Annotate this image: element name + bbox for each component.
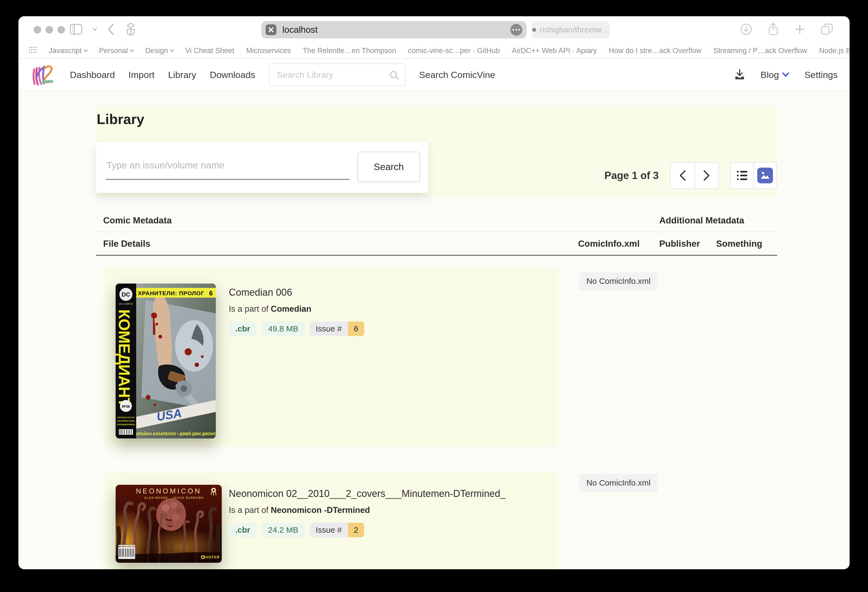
app-navbar: Dashboard Import Library Downloads Searc… (18, 59, 850, 91)
cover-banner: ХРАНИТЕЛИ: ПРОЛОГ (138, 290, 204, 296)
header-comicinfo: ComicInfo.xml (578, 239, 639, 249)
next-page-button[interactable] (694, 162, 718, 189)
cover-issue: 6 (209, 289, 213, 297)
library-search-input[interactable] (106, 151, 350, 180)
header-comic-metadata: Comic Metadata (103, 215, 172, 226)
extension-icon[interactable] (266, 24, 276, 35)
url-text: localhost (282, 25, 317, 35)
downloads-nav-icon[interactable] (734, 68, 745, 81)
gallery-view-button[interactable] (753, 162, 776, 189)
nav-downloads[interactable]: Downloads (210, 69, 255, 80)
chevron-right-icon (703, 170, 711, 182)
file-extension-badge: .cbr (229, 523, 257, 537)
issue-badge: Issue # 2 (310, 523, 364, 537)
bookmark-item[interactable]: How do I stre…ack Overflow (609, 47, 701, 55)
library-header-band: Library Search Page 1 of 3 (96, 107, 777, 196)
nav-search-comicvine[interactable]: Search ComicVine (419, 69, 495, 80)
header-additional-metadata: Additional Metadata (659, 215, 744, 226)
nav-dashboard[interactable]: Dashboard (70, 69, 115, 80)
tab-overview-icon[interactable] (820, 23, 833, 36)
list-view-icon (737, 170, 748, 181)
app-logo[interactable] (30, 61, 56, 88)
bookmark-item[interactable]: Node.js Buil…nder Samatov (819, 47, 850, 55)
cover-title: NEONOMICON (136, 487, 201, 495)
list-view-button[interactable] (731, 162, 753, 189)
table-header: Comic Metadata Additional Metadata File … (96, 214, 777, 257)
bookmarks-grid-icon[interactable] (29, 47, 37, 55)
tab-github[interactable]: rishighan/threetw… (532, 21, 610, 38)
browser-titlebar: localhost rishighan/threetw… (18, 16, 850, 43)
nav-search-input[interactable] (269, 64, 405, 86)
divider (96, 232, 777, 232)
header-file-details: File Details (103, 239, 150, 249)
library-search-card: Search (96, 142, 428, 193)
svg-text:ОФОРМЛЕНИЕ: TOSTER: ОФОРМЛЕНИЕ: TOSTER (117, 420, 135, 422)
comic-cover-neonomicon[interactable]: NEONOMICON ALAN MOORE JACEN BURROWS AVA (116, 485, 222, 563)
bookmark-item[interactable]: AirDC++ Web API · Apiary (512, 47, 597, 55)
bookmark-folder-personal[interactable]: Personal (99, 47, 133, 55)
search-button[interactable]: Search (358, 152, 420, 182)
prev-page-button[interactable] (671, 162, 694, 189)
sidebar-icon[interactable] (70, 24, 82, 36)
address-bar[interactable]: localhost (261, 21, 527, 38)
bookmark-folder-javascript[interactable]: Javascript (49, 47, 87, 55)
header-something: Something (716, 239, 762, 249)
nav-settings[interactable]: Settings (805, 69, 838, 80)
bookmark-item[interactable]: comic-vine-sc…per · GitHub (408, 47, 500, 55)
page-indicator: Page 1 of 3 (604, 170, 659, 182)
search-icon (389, 70, 400, 82)
desktop: localhost rishighan/threetw… (0, 0, 868, 592)
bookmark-item[interactable]: Streaming / P…ack Overflow (713, 47, 807, 55)
bookmark-item[interactable]: The Relentle…en Thompson (303, 47, 396, 55)
comic-row: USA БРАЙАН АЗЗАРЕЛЛО • ДЖЕЙ ДЖИ ДЖОНС ХР… (104, 268, 558, 447)
cover-publisher: AVATAR (203, 555, 220, 559)
window-controls (34, 26, 65, 34)
chevron-left-icon (679, 170, 686, 182)
cover-author: ALAN MOORE (144, 496, 168, 499)
file-size-badge: 24.2 MB (261, 523, 305, 537)
view-toggle-group (730, 162, 777, 189)
chevron-down-icon (130, 48, 134, 52)
downloads-toolbar-icon[interactable] (740, 23, 752, 36)
page-options-icon[interactable] (510, 24, 522, 36)
comic-row: NEONOMICON ALAN MOORE JACEN BURROWS AVA (104, 472, 558, 569)
nav-blog[interactable]: Blog (760, 69, 789, 80)
divider (96, 255, 777, 255)
comic-title[interactable]: Neonomicon 02__2010___2_covers___Minutem… (229, 488, 506, 499)
close-window-button[interactable] (34, 26, 41, 34)
back-icon[interactable] (107, 23, 114, 36)
cover-dc-comics: DC COMICS (119, 303, 133, 305)
header-publisher: Publisher (659, 239, 700, 249)
tab-title: rishighan/threetw… (540, 25, 610, 34)
cover-club: ЯЧК (122, 404, 130, 409)
nav-import[interactable]: Import (128, 69, 154, 80)
share-icon[interactable] (767, 22, 779, 37)
bookmark-folder-design[interactable]: Design (145, 47, 173, 55)
chevron-down-icon (83, 48, 88, 52)
bookmarks-bar: Javascript Personal Design Vi Cheat Shee… (18, 43, 850, 59)
bookmark-item[interactable]: Microservices (246, 47, 291, 55)
series-name: Neonomicon -DTermined (271, 505, 370, 515)
svg-text:ПОМОЩЬ: LIVINDOC, MYKOLA: ПОМОЩЬ: LIVINDOC, MYKOLA (117, 423, 135, 426)
comic-cover-comedian[interactable]: USA БРАЙАН АЗЗАРЕЛЛО • ДЖЕЙ ДЖИ ДЖОНС ХР… (116, 283, 216, 438)
comic-series-line: Is a part of Neonomicon -DTermined (229, 505, 506, 515)
nav-library[interactable]: Library (168, 69, 196, 80)
start-page-box-icon[interactable] (124, 22, 137, 37)
file-size-badge: 49.8 MB (261, 322, 305, 336)
pagination-group (670, 162, 719, 189)
sidebar-chevron-icon[interactable] (92, 27, 97, 32)
issue-number: 6 (348, 322, 365, 336)
page-content: Library Search Page 1 of 3 (18, 91, 850, 569)
svg-text:ПЕРЕВОД: DISCORD: ПЕРЕВОД: DISCORD (117, 416, 135, 419)
page-title: Library (97, 111, 144, 127)
bookmark-item[interactable]: Vi Cheat Sheet (185, 47, 234, 55)
zoom-window-button[interactable] (58, 26, 65, 34)
github-icon (532, 25, 537, 35)
series-name: Comedian (271, 304, 311, 314)
minimize-window-button[interactable] (46, 26, 53, 34)
comicinfo-status-badge: No ComicInfo.xml (579, 474, 658, 492)
comic-title[interactable]: Comedian 006 (229, 287, 364, 298)
comicinfo-status-badge: No ComicInfo.xml (579, 272, 658, 290)
cover-spine-title: КОМЕДИАНТ (116, 309, 133, 407)
new-tab-icon[interactable] (794, 24, 805, 36)
